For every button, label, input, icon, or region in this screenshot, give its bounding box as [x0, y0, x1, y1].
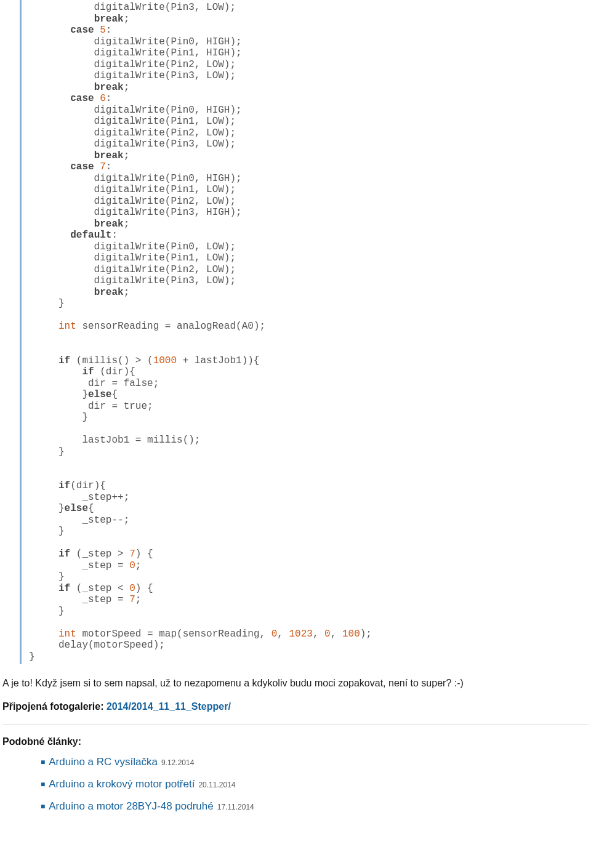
code-block: digitalWrite(Pin3, LOW); break; case 5: … — [20, 0, 589, 664]
list-item: ■ Arduino a krokový motor potřetí 20.11.… — [41, 778, 589, 790]
closing-paragraph: A je to! Když jsem si to sem napsal, už … — [2, 678, 589, 689]
bullet-icon: ■ — [41, 781, 45, 788]
related-list: ■ Arduino a RC vysílačka 9.12.2014 ■ Ard… — [41, 756, 589, 813]
code-content[interactable]: digitalWrite(Pin3, LOW); break; case 5: … — [29, 2, 589, 662]
related-link[interactable]: Arduino a motor 28BYJ-48 podruhé — [49, 800, 213, 813]
list-item: ■ Arduino a motor 28BYJ-48 podruhé 17.11… — [41, 800, 589, 813]
related-heading: Podobné články: — [2, 736, 589, 747]
related-date: 9.12.2014 — [161, 758, 194, 767]
list-item: ■ Arduino a RC vysílačka 9.12.2014 — [41, 756, 589, 768]
separator — [2, 725, 589, 725]
gallery-line: Připojená fotogalerie: 2014/2014_11_11_S… — [2, 701, 589, 712]
related-date: 20.11.2014 — [198, 781, 235, 789]
bullet-icon: ■ — [41, 803, 45, 810]
related-link[interactable]: Arduino a RC vysílačka — [49, 756, 158, 768]
bullet-icon: ■ — [41, 758, 45, 766]
related-link[interactable]: Arduino a krokový motor potřetí — [49, 778, 195, 790]
related-date: 17.11.2014 — [217, 803, 254, 811]
gallery-label: Připojená fotogalerie: — [2, 701, 107, 712]
gallery-link[interactable]: 2014/2014_11_11_Stepper/ — [107, 701, 231, 712]
